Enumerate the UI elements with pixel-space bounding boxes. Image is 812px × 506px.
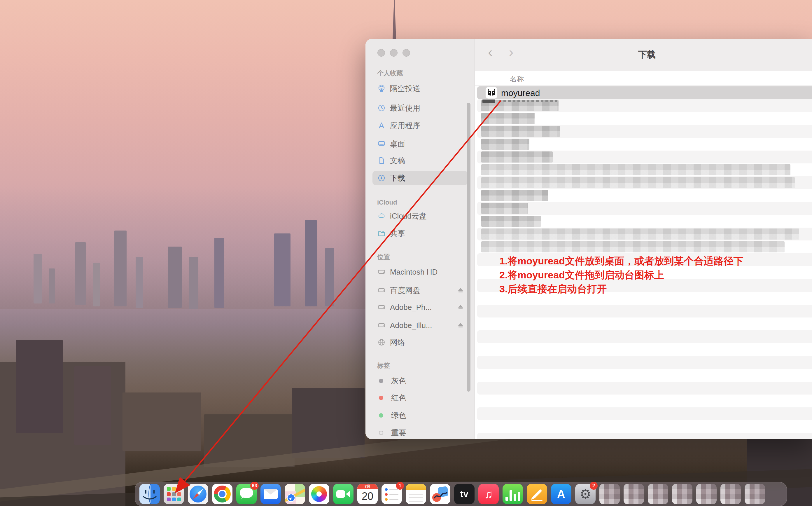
sidebar-scrollbar[interactable] — [467, 103, 471, 392]
globe-icon — [378, 338, 385, 346]
dock-music-icon[interactable]: ♫ — [478, 484, 499, 504]
appstore-a-label: A — [551, 484, 571, 504]
eject-icon[interactable] — [457, 322, 464, 329]
file-row-empty — [477, 395, 812, 407]
file-row-empty — [477, 382, 812, 395]
green-tag-dot-icon — [379, 413, 383, 418]
dock-photos-icon[interactable] — [309, 484, 329, 504]
dock-redacted-icon[interactable] — [672, 484, 692, 504]
dock-finder-icon[interactable] — [139, 484, 160, 504]
file-row-selected[interactable]: moyuread — [477, 86, 812, 99]
dock-pages-icon[interactable] — [527, 484, 547, 504]
file-row-empty — [477, 433, 812, 439]
file-row-redacted[interactable] — [477, 112, 812, 125]
dock-chrome-icon[interactable] — [212, 484, 232, 504]
filename-remnant — [499, 100, 557, 102]
dock-redacted-icon[interactable] — [624, 484, 644, 504]
minimize-button[interactable] — [390, 49, 398, 57]
dock-freeform-icon[interactable] — [430, 484, 450, 504]
redacted-filename — [481, 139, 529, 150]
sidebar-item-label: 桌面 — [390, 139, 405, 149]
zoom-button[interactable] — [403, 49, 410, 57]
sidebar-item-label: Adobe_Ph... — [390, 303, 432, 312]
building-silhouette — [33, 254, 42, 304]
shared-folder-icon — [378, 230, 385, 237]
file-row-redacted[interactable] — [477, 176, 812, 189]
dock-notes-icon[interactable] — [406, 484, 426, 504]
file-row-redacted[interactable] — [477, 215, 812, 228]
sidebar-item-tag-green[interactable]: 绿色 — [373, 408, 468, 422]
dock-facetime-icon[interactable] — [333, 484, 353, 504]
dock-redacted-icon[interactable] — [599, 484, 620, 504]
file-row-empty — [477, 343, 812, 356]
dock-reminders-icon[interactable]: 1 — [382, 484, 402, 504]
dock-messages-icon[interactable]: 63 — [236, 484, 257, 504]
sidebar-item-desktop[interactable]: 桌面 — [373, 137, 468, 151]
dock-settings-icon[interactable]: ⚙ 2 — [575, 484, 596, 504]
finder-sidebar: 个人收藏 隔空投送 最近使用 应用程序 桌面 文稿 — [366, 39, 475, 439]
building-silhouette — [49, 268, 55, 304]
header-divider — [475, 85, 812, 86]
dock-redacted-icon[interactable] — [696, 484, 717, 504]
dock-redacted-icon[interactable] — [648, 484, 668, 504]
finder-window: 个人收藏 隔空投送 最近使用 应用程序 桌面 文稿 — [366, 39, 812, 439]
name-column-header[interactable]: 名称 — [510, 74, 524, 84]
desktop-icon — [378, 140, 385, 148]
sidebar-item-icloud-drive[interactable]: iCloud云盘 — [373, 209, 468, 223]
calendar-month: 7月 — [357, 484, 378, 489]
sidebar-item-label: 百度网盘 — [390, 285, 420, 296]
dock-appstore-icon[interactable]: A — [551, 484, 571, 504]
hollow-tag-dot-icon — [379, 431, 383, 435]
file-row-redacted[interactable] — [477, 99, 812, 112]
sidebar-item-applications[interactable]: 应用程序 — [373, 118, 468, 133]
eject-icon[interactable] — [457, 304, 464, 311]
sidebar-item-tag-red[interactable]: 红色 — [373, 391, 468, 405]
dock-launchpad-icon[interactable] — [164, 484, 184, 504]
sidebar-item-adobe-illu[interactable]: Adobe_Illu... — [373, 318, 468, 332]
file-row-redacted[interactable] — [477, 151, 812, 163]
file-row-redacted[interactable] — [477, 189, 812, 202]
sidebar-item-shared[interactable]: 共享 — [373, 227, 468, 241]
list-header[interactable]: 名称 — [475, 71, 812, 85]
redacted-filename — [481, 241, 785, 252]
sidebar-item-adobe-ph[interactable]: Adobe_Ph... — [373, 300, 468, 314]
file-row-redacted[interactable] — [477, 125, 812, 138]
eject-icon[interactable] — [457, 287, 464, 293]
dock-redacted-icon[interactable] — [720, 484, 741, 504]
building-silhouette — [93, 263, 100, 307]
sidebar-item-documents[interactable]: 文稿 — [373, 154, 468, 168]
dock-numbers-icon[interactable] — [503, 484, 523, 504]
dock-mail-icon[interactable] — [261, 484, 281, 504]
sidebar-item-recents[interactable]: 最近使用 — [373, 101, 468, 115]
settings-badge: 2 — [590, 482, 598, 490]
dock-maps-icon[interactable] — [285, 484, 305, 504]
dock-redacted-icon[interactable] — [745, 484, 765, 504]
close-button[interactable] — [378, 49, 385, 57]
sidebar-item-airdrop[interactable]: 隔空投送 — [373, 81, 468, 95]
drive-icon — [378, 286, 385, 294]
sidebar-item-network[interactable]: 网络 — [373, 335, 468, 349]
sidebar-item-tag-gray[interactable]: 灰色 — [373, 374, 468, 388]
file-row-redacted[interactable] — [477, 138, 812, 151]
sidebar-item-tag-important[interactable]: 重要 — [373, 426, 468, 439]
file-row-redacted[interactable] — [477, 202, 812, 215]
forward-button[interactable]: › — [509, 44, 513, 60]
sidebar-item-downloads[interactable]: 下载 — [373, 171, 468, 185]
file-row-redacted[interactable] — [477, 241, 812, 253]
reminders-badge: 1 — [396, 482, 404, 490]
dock-calendar-icon[interactable]: 7月 20 — [357, 484, 378, 504]
building-silhouette — [74, 366, 111, 445]
dock-appletv-icon[interactable]: tv — [454, 484, 475, 504]
moyuread-app-icon — [485, 87, 498, 99]
sidebar-item-label: 灰色 — [391, 376, 406, 386]
file-row-redacted[interactable] — [477, 163, 812, 176]
file-row-redacted[interactable] — [477, 228, 812, 241]
dock-safari-icon[interactable] — [188, 484, 208, 504]
sidebar-item-macintosh-hd[interactable]: Macintosh HD — [373, 265, 468, 279]
sidebar-item-baidu-drive[interactable]: 百度网盘 — [373, 283, 468, 298]
building-silhouette — [325, 248, 334, 307]
building-silhouette — [274, 234, 291, 307]
file-icon-remnant — [482, 99, 495, 103]
sidebar-item-label: 网络 — [390, 337, 405, 348]
back-button[interactable]: ‹ — [488, 44, 492, 60]
